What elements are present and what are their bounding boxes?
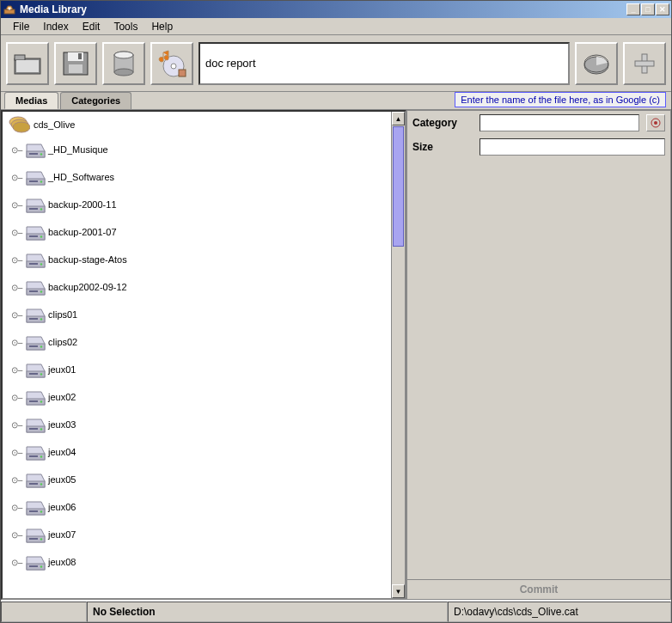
scroll-up-button[interactable]: ▲ xyxy=(392,112,405,125)
svg-rect-42 xyxy=(29,318,38,320)
tree-node-label: jeux01 xyxy=(48,364,76,375)
catalog-icon xyxy=(8,115,30,134)
open-folder-button[interactable] xyxy=(6,42,49,85)
tab-medias[interactable]: Medias xyxy=(4,92,58,109)
tree-root[interactable]: cds_Olive xyxy=(4,113,389,136)
svg-point-70 xyxy=(40,565,42,567)
svg-rect-51 xyxy=(29,400,38,402)
drive-icon xyxy=(24,168,45,186)
tree-node[interactable]: ⊙– clips02 xyxy=(4,328,389,356)
tree-node[interactable]: ⊙– backup-2001-07 xyxy=(4,218,389,246)
menu-help[interactable]: Help xyxy=(144,19,180,34)
status-path: D:\odavy\cds\cds_Olive.cat xyxy=(448,602,671,622)
database-button[interactable] xyxy=(102,42,145,85)
tree-node-label: jeux07 xyxy=(48,529,76,540)
tree-node[interactable]: ⊙– _HD_Musique xyxy=(4,136,389,163)
tree-node-label: clips01 xyxy=(48,309,77,320)
expand-handle[interactable]: ⊙– xyxy=(13,201,21,209)
svg-rect-30 xyxy=(29,208,38,210)
folder-icon xyxy=(13,52,42,76)
tree-node[interactable]: ⊙– _HD_Softwares xyxy=(4,163,389,191)
tree-node-label: jeux02 xyxy=(48,392,76,402)
expand-handle[interactable]: ⊙– xyxy=(13,339,21,346)
svg-point-72 xyxy=(654,121,657,125)
chart-button[interactable] xyxy=(575,42,618,85)
expand-handle[interactable]: ⊙– xyxy=(13,366,21,374)
expand-handle[interactable]: ⊙– xyxy=(13,256,21,264)
music-disc-button[interactable] xyxy=(150,42,193,85)
expand-handle[interactable]: ⊙– xyxy=(13,421,21,429)
menu-bar: File Index Edit Tools Help xyxy=(1,18,671,35)
tree-node[interactable]: ⊙– jeux05 xyxy=(4,466,389,493)
drive-icon xyxy=(24,526,45,543)
tree-node[interactable]: ⊙– jeux03 xyxy=(4,411,389,438)
music-disc-icon xyxy=(156,49,187,78)
expand-handle[interactable]: ⊙– xyxy=(13,449,21,456)
close-button[interactable]: ✕ xyxy=(656,3,669,15)
tree-node-label: backup2002-09-12 xyxy=(48,282,127,292)
tree-node[interactable]: ⊙– jeux06 xyxy=(4,493,389,521)
expand-handle[interactable]: ⊙– xyxy=(13,284,21,291)
svg-rect-45 xyxy=(29,345,38,347)
svg-rect-36 xyxy=(29,263,38,265)
tree-node[interactable]: ⊙– jeux08 xyxy=(4,548,389,576)
search-tooltip: Enter the name of the file here, as in G… xyxy=(455,92,666,107)
tree-node[interactable]: ⊙– jeux02 xyxy=(4,383,389,411)
svg-point-64 xyxy=(40,510,42,512)
menu-edit[interactable]: Edit xyxy=(76,19,107,34)
tab-categories[interactable]: Categories xyxy=(60,92,131,109)
tree-node[interactable]: ⊙– backup-2000-11 xyxy=(4,191,389,218)
tree-node-label: backup-2000-11 xyxy=(48,199,117,210)
expand-handle[interactable]: ⊙– xyxy=(13,476,21,484)
size-input[interactable] xyxy=(480,138,665,156)
tree-node[interactable]: ⊙– backup2002-09-12 xyxy=(4,273,389,301)
status-left xyxy=(1,602,87,622)
drive-icon xyxy=(24,306,45,323)
save-button[interactable] xyxy=(54,42,97,85)
tree-node-label: jeux03 xyxy=(48,419,76,430)
tree-node-label: _HD_Softwares xyxy=(48,172,114,182)
tree-node-label: clips02 xyxy=(48,337,77,347)
detail-pane: Category Size Commit xyxy=(406,110,671,600)
svg-rect-60 xyxy=(29,483,38,485)
tree-node[interactable]: ⊙– clips01 xyxy=(4,301,389,328)
maximize-button[interactable]: □ xyxy=(641,3,655,15)
tree-node[interactable]: ⊙– backup-stage-Atos xyxy=(4,246,389,273)
svg-point-12 xyxy=(114,52,133,58)
menu-tools[interactable]: Tools xyxy=(107,19,144,34)
menu-file[interactable]: File xyxy=(6,19,36,34)
expand-handle[interactable]: ⊙– xyxy=(13,229,21,236)
expand-handle[interactable]: ⊙– xyxy=(13,174,21,181)
tree-content[interactable]: cds_Olive ⊙– _HD_Musique ⊙– _HD_Software… xyxy=(3,112,391,598)
search-input[interactable] xyxy=(199,42,570,85)
add-button[interactable] xyxy=(623,42,666,85)
scroll-down-button[interactable]: ▼ xyxy=(392,584,405,598)
scroll-thumb[interactable] xyxy=(393,126,404,247)
tree-node[interactable]: ⊙– jeux07 xyxy=(4,521,389,548)
tree-pane: cds_Olive ⊙– _HD_Musique ⊙– _HD_Software… xyxy=(1,110,406,600)
tree-scrollbar[interactable]: ▲ ▼ xyxy=(391,112,405,598)
minimize-button[interactable]: _ xyxy=(626,3,640,15)
svg-point-52 xyxy=(40,400,42,402)
svg-point-58 xyxy=(40,455,42,457)
expand-handle[interactable]: ⊙– xyxy=(13,146,21,154)
expand-handle[interactable]: ⊙– xyxy=(13,504,21,511)
svg-point-31 xyxy=(40,208,42,210)
svg-rect-24 xyxy=(29,153,38,155)
expand-handle[interactable]: ⊙– xyxy=(13,394,21,401)
svg-point-43 xyxy=(40,318,42,320)
expand-handle[interactable]: ⊙– xyxy=(13,559,21,566)
svg-rect-63 xyxy=(29,510,38,512)
tree-node[interactable]: ⊙– jeux01 xyxy=(4,356,389,383)
tree-node[interactable]: ⊙– jeux04 xyxy=(4,438,389,466)
expand-handle[interactable]: ⊙– xyxy=(13,311,21,319)
svg-rect-48 xyxy=(29,373,38,375)
svg-point-28 xyxy=(40,180,42,182)
category-input[interactable] xyxy=(480,114,639,131)
expand-handle[interactable]: ⊙– xyxy=(13,531,21,539)
commit-button[interactable]: Commit xyxy=(407,579,670,599)
menu-index[interactable]: Index xyxy=(36,19,75,34)
main-area: cds_Olive ⊙– _HD_Musique ⊙– _HD_Software… xyxy=(1,109,671,600)
svg-point-55 xyxy=(40,428,42,430)
category-picker-button[interactable] xyxy=(646,114,665,131)
